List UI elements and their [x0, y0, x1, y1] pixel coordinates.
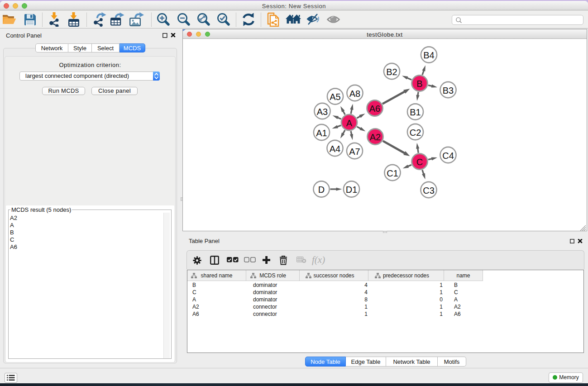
svg-text:A4: A4 — [330, 144, 340, 154]
svg-text:A3: A3 — [317, 107, 328, 117]
svg-text:C4: C4 — [442, 151, 454, 161]
svg-text:A7: A7 — [349, 147, 360, 157]
svg-text:B: B — [416, 79, 422, 89]
svg-text:D: D — [318, 185, 325, 195]
svg-text:B2: B2 — [386, 67, 397, 77]
svg-text:A2: A2 — [370, 132, 381, 142]
svg-text:B4: B4 — [423, 50, 434, 60]
svg-text:B3: B3 — [443, 86, 454, 95]
svg-text:A6: A6 — [369, 104, 380, 114]
svg-text:C3: C3 — [423, 186, 435, 195]
svg-text:A8: A8 — [349, 89, 360, 99]
svg-text:A5: A5 — [330, 92, 340, 102]
svg-text:C2: C2 — [410, 128, 421, 138]
svg-text:C: C — [416, 157, 423, 167]
svg-text:A1: A1 — [316, 128, 327, 138]
svg-text:D1: D1 — [346, 185, 358, 195]
svg-text:A: A — [346, 118, 353, 128]
svg-text:B1: B1 — [410, 107, 421, 117]
svg-text:C1: C1 — [387, 168, 398, 178]
